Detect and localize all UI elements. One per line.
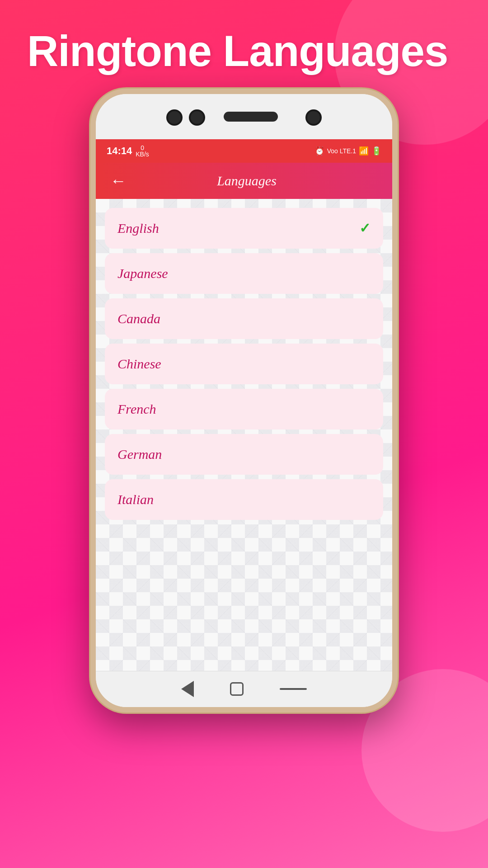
page-title-area: Ringtone Languages xyxy=(0,0,488,89)
status-bar: 14:14 0 KB/s ⏰ Voo LTE.1 📶 🔋 xyxy=(96,139,392,163)
language-name-canada: Canada xyxy=(117,311,160,326)
camera-right-icon xyxy=(191,111,203,124)
page-title: Ringtone Languages xyxy=(27,27,461,75)
list-item[interactable]: Japanese xyxy=(105,253,383,294)
list-item[interactable]: German xyxy=(105,434,383,475)
status-speed: 0 KB/s xyxy=(136,145,149,157)
language-list: English ✓ Japanese Canada Chinese Fren xyxy=(96,199,392,529)
phone-wrapper: 14:14 0 KB/s ⏰ Voo LTE.1 📶 🔋 ← Languages xyxy=(0,89,488,868)
list-item[interactable]: Canada xyxy=(105,298,383,339)
language-name-english: English xyxy=(117,221,159,236)
header-title: Languages xyxy=(139,173,354,189)
list-item[interactable]: Chinese xyxy=(105,344,383,384)
selected-checkmark: ✓ xyxy=(359,220,371,236)
language-name-japanese: Japanese xyxy=(117,266,168,281)
recents-nav-icon[interactable] xyxy=(280,688,307,690)
phone-frame: 14:14 0 KB/s ⏰ Voo LTE.1 📶 🔋 ← Languages xyxy=(90,89,398,712)
signal-icon: 📶 xyxy=(359,146,369,156)
app-header: ← Languages xyxy=(96,163,392,199)
phone-top-bar xyxy=(96,94,392,139)
language-name-chinese: Chinese xyxy=(117,356,161,372)
list-item[interactable]: French xyxy=(105,389,383,429)
list-item[interactable]: English ✓ xyxy=(105,208,383,249)
phone-bottom-nav xyxy=(96,671,392,707)
camera-left-icon xyxy=(168,111,181,124)
network-text: Voo LTE.1 xyxy=(327,147,356,155)
back-nav-icon[interactable] xyxy=(181,681,194,697)
status-right: ⏰ Voo LTE.1 📶 🔋 xyxy=(314,146,381,156)
phone-screen: English ✓ Japanese Canada Chinese Fren xyxy=(96,199,392,671)
status-left: 14:14 0 KB/s xyxy=(107,145,149,157)
language-name-german: German xyxy=(117,447,162,462)
list-item[interactable]: Italian xyxy=(105,479,383,520)
language-name-italian: Italian xyxy=(117,492,154,507)
back-button[interactable]: ← xyxy=(107,168,130,194)
alarm-icon: ⏰ xyxy=(314,146,324,156)
home-nav-icon[interactable] xyxy=(230,682,244,696)
status-time: 14:14 xyxy=(107,145,132,157)
language-name-french: French xyxy=(117,401,156,417)
phone-speaker xyxy=(224,112,278,122)
battery-icon: 🔋 xyxy=(371,146,381,156)
camera-front-icon xyxy=(307,111,320,124)
